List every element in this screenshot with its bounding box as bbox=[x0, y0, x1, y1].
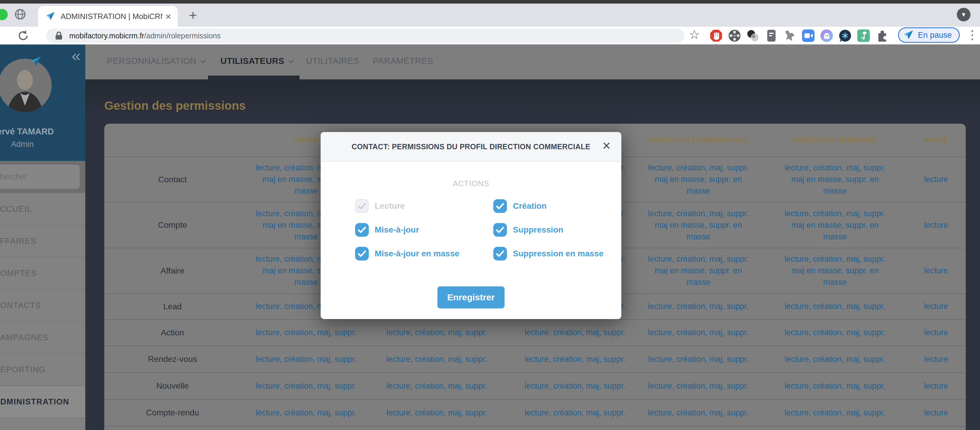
notes-icon[interactable] bbox=[765, 29, 778, 42]
adblock-icon[interactable] bbox=[710, 29, 723, 42]
url-domain: mobifactory.mobicrm.fr bbox=[69, 32, 144, 40]
permission-link[interactable]: lecture, création, maj, suppr. bbox=[525, 353, 625, 365]
sidebar-item-reporting[interactable]: REPORTING bbox=[0, 353, 85, 385]
table-row-nouvelle: Nouvelle lecture, création, maj, suppr. … bbox=[104, 372, 966, 399]
tab-search-caret-icon[interactable]: ▼ bbox=[957, 8, 970, 21]
checkbox-lecture[interactable]: Lecture bbox=[355, 199, 493, 213]
permission-link[interactable]: lecture bbox=[924, 407, 948, 419]
tab-utilitaires[interactable]: UTILITAIRES bbox=[306, 56, 359, 66]
tab-close-icon[interactable]: × bbox=[165, 11, 171, 21]
permission-link[interactable]: lecture, création, maj, suppr. bbox=[648, 327, 749, 339]
pause-extension-button[interactable]: En pause bbox=[898, 27, 960, 43]
puzzle-icon[interactable] bbox=[875, 29, 888, 42]
checkbox-mise-a-jour[interactable]: Mise-à-jour bbox=[355, 223, 493, 237]
ghost-icon[interactable] bbox=[820, 29, 833, 42]
permission-link[interactable]: lecture, création, maj, suppr. bbox=[386, 327, 487, 339]
permission-link[interactable]: lecture, création, maj, suppr. maj en ma… bbox=[784, 162, 885, 197]
permission-link[interactable]: lecture, création, maj, suppr. bbox=[525, 407, 625, 419]
permission-link[interactable]: lecture bbox=[924, 380, 948, 392]
ostrich-icon[interactable] bbox=[857, 29, 870, 42]
browser-tab[interactable]: ADMINISTRATION | MobiCRM × bbox=[38, 6, 178, 27]
actions-section-label: ACTIONS bbox=[321, 179, 621, 188]
permission-link[interactable]: lecture, création, maj, suppr. bbox=[525, 380, 625, 392]
permission-link[interactable]: lecture, création, maj, suppr. bbox=[256, 407, 356, 419]
sidebar-item-comptes[interactable]: COMPTES bbox=[0, 257, 85, 289]
checkbox-mise-a-jour-en-masse[interactable]: Mise-à-jour en masse bbox=[355, 247, 493, 261]
permission-link[interactable]: lecture, création, maj, suppr. bbox=[784, 380, 885, 392]
permission-link[interactable]: lecture bbox=[924, 301, 948, 312]
traffic-light-green[interactable] bbox=[0, 9, 8, 20]
bookmark-star-icon[interactable]: ☆ bbox=[689, 27, 700, 42]
permission-link[interactable]: lecture, création, maj, suppr. bbox=[784, 301, 885, 312]
permission-link[interactable]: lecture bbox=[924, 353, 948, 365]
avatar[interactable] bbox=[0, 59, 52, 112]
checkbox-checked-icon bbox=[493, 223, 507, 237]
permission-link[interactable]: lecture, création, maj, suppr. bbox=[256, 327, 356, 339]
tab-utilisateurs[interactable]: UTILISATEURS bbox=[221, 56, 293, 66]
search-input[interactable] bbox=[0, 165, 80, 189]
permission-link[interactable]: lecture, création, maj, suppr. maj en ma… bbox=[648, 162, 749, 197]
save-button[interactable]: Enregistrer bbox=[438, 286, 504, 309]
permission-link[interactable]: lecture, création, maj, suppr. maj en ma… bbox=[784, 208, 885, 243]
row-label: Rendez-vous bbox=[104, 346, 241, 372]
permission-link[interactable]: lecture, création, maj, suppr. bbox=[648, 380, 749, 392]
column-direction-generale: DIRECTION GÉNÉRALE bbox=[764, 124, 906, 157]
chevron-down-icon bbox=[288, 58, 294, 63]
modal-header: CONTACT: PERMISSIONS DU PROFIL DIRECTION… bbox=[321, 132, 621, 162]
url-bar[interactable]: mobifactory.mobicrm.fr/admin/rolepermiss… bbox=[46, 29, 684, 43]
wolf-icon[interactable] bbox=[783, 29, 796, 42]
permission-link[interactable]: lecture, création, maj, suppr. bbox=[256, 353, 356, 365]
reload-icon[interactable] bbox=[17, 30, 29, 42]
permission-link[interactable]: lecture bbox=[924, 219, 948, 231]
permission-link[interactable]: lecture, création, maj, suppr. bbox=[784, 353, 885, 365]
permission-link[interactable]: lecture, création, maj, suppr. bbox=[525, 327, 625, 339]
close-icon[interactable]: × bbox=[602, 139, 611, 153]
sidebar-item-contacts[interactable]: CONTACTS bbox=[0, 289, 85, 321]
browser-toolbar: mobifactory.mobicrm.fr/admin/rolepermiss… bbox=[0, 27, 980, 45]
browser-menu-icon[interactable]: ⋮ bbox=[966, 28, 978, 42]
checkbox-suppression-en-masse[interactable]: Suppression en masse bbox=[493, 247, 603, 261]
permission-link[interactable]: lecture, création, maj, suppr. bbox=[784, 327, 885, 339]
sidebar-item-campagnes[interactable]: CAMPAGNES bbox=[0, 321, 85, 353]
permissions-checkbox-grid: Lecture Création Mise-à-jour Suppression… bbox=[355, 199, 603, 261]
snowflake-icon[interactable] bbox=[838, 29, 852, 42]
active-tab-underline bbox=[208, 75, 299, 79]
permission-link[interactable]: lecture, création, maj, suppr. bbox=[648, 407, 749, 419]
permission-link[interactable]: lecture, création, maj, suppr. bbox=[648, 301, 749, 312]
sidebar-collapse-icon[interactable]: « bbox=[72, 46, 81, 65]
row-label: Lead bbox=[104, 294, 241, 319]
permissions-modal: CONTACT: PERMISSIONS DU PROFIL DIRECTION… bbox=[321, 132, 621, 319]
globe-icon[interactable] bbox=[14, 8, 26, 20]
film-reel-icon[interactable] bbox=[728, 29, 741, 42]
permission-link[interactable]: lecture bbox=[924, 265, 948, 277]
tab-parametres[interactable]: PARAMÈTRES bbox=[373, 56, 433, 66]
mobicrm-favicon-bird-icon bbox=[46, 11, 56, 21]
permission-link[interactable]: lecture, création, maj, suppr. bbox=[386, 353, 487, 365]
tab-strip: ADMINISTRATION | MobiCRM × + ▼ bbox=[0, 3, 980, 27]
checkbox-suppression[interactable]: Suppression bbox=[493, 223, 603, 237]
sidebar-item-affaires[interactable]: AFFAIRES bbox=[0, 225, 85, 257]
table-row-rendez-vous: Rendez-vous lecture, création, maj, supp… bbox=[104, 345, 966, 372]
permission-link[interactable]: lecture, création, maj, suppr. maj en ma… bbox=[648, 253, 749, 288]
permission-link[interactable]: lecture bbox=[924, 327, 948, 339]
permission-link[interactable]: lecture, création, maj, suppr. bbox=[256, 380, 356, 392]
new-tab-button[interactable]: + bbox=[189, 7, 197, 23]
permission-link[interactable]: lecture, création, maj, suppr. bbox=[648, 353, 749, 365]
sidebar: « Hervé TAMARD Admin ACCUEIL AFFAIRES CO… bbox=[0, 45, 85, 430]
pause-button-label: En pause bbox=[918, 30, 952, 40]
checkbox-creation[interactable]: Création bbox=[493, 199, 603, 213]
permission-link[interactable]: lecture, création, maj, suppr. bbox=[784, 407, 885, 419]
row-label: Action bbox=[104, 320, 241, 345]
permission-link[interactable]: lecture, création, maj, suppr. bbox=[386, 407, 487, 419]
sidebar-profile-panel: « Hervé TAMARD Admin bbox=[0, 45, 85, 161]
permission-link[interactable]: lecture, création, maj, suppr. maj en ma… bbox=[784, 253, 885, 288]
permission-link[interactable]: lecture, création, maj, suppr. bbox=[386, 380, 487, 392]
permission-link[interactable]: lecture, création, maj, suppr. maj en ma… bbox=[648, 208, 749, 243]
spheres-icon[interactable] bbox=[746, 29, 759, 42]
sidebar-item-accueil[interactable]: ACCUEIL bbox=[0, 193, 85, 225]
video-call-icon[interactable] bbox=[802, 29, 815, 42]
sidebar-item-administration[interactable]: ADMINISTRATION bbox=[0, 385, 85, 417]
permission-link[interactable]: lecture bbox=[924, 174, 948, 185]
tab-personnalisation[interactable]: PERSONNALISATION bbox=[107, 56, 205, 66]
modal-title: CONTACT: PERMISSIONS DU PROFIL DIRECTION… bbox=[352, 142, 590, 151]
